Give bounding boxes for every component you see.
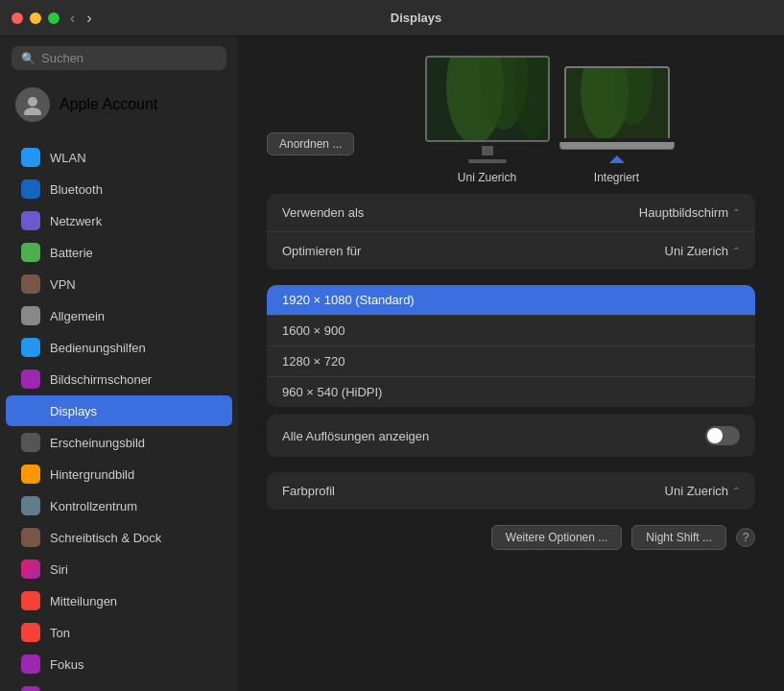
sidebar-item-siri[interactable]: Siri <box>6 554 232 584</box>
resolution-item[interactable]: 960 × 540 (HiDPI) <box>267 377 755 407</box>
ton-label: Ton <box>50 626 70 640</box>
bottom-buttons: Weitere Optionen ... Night Shift ... ? <box>267 525 755 550</box>
apple-account-item[interactable]: Apple Account <box>0 80 238 133</box>
laptop-monitor[interactable] <box>564 66 670 138</box>
night-shift-button[interactable]: Night Shift ... <box>631 525 726 550</box>
schreibtisch-label: Schreibtisch & Dock <box>50 531 161 545</box>
sidebar-item-kontrollzentrum[interactable]: Kontrollzentrum <box>6 490 232 521</box>
sidebar-item-hintergrundbild[interactable]: Hintergrundbild <box>6 459 232 489</box>
netzwerk-label: Netzwerk <box>50 214 102 228</box>
verwenden-als-value[interactable]: Hauptbildschirm ⌃ <box>639 205 740 220</box>
sidebar-item-batterie[interactable]: Batterie <box>6 237 232 268</box>
wlan-icon <box>21 148 40 167</box>
alle-aufloesungen-label: Alle Auflösungen anzeigen <box>282 429 429 443</box>
farbprofil-panel: Farbprofil Uni Zuerich ⌃ <box>267 472 755 510</box>
monitors-section: Anordnen ... Uni Zuerich Integriert <box>267 56 755 184</box>
hintergrundbild-label: Hintergrundbild <box>50 467 134 482</box>
batterie-icon <box>21 243 40 262</box>
close-button[interactable] <box>12 12 23 24</box>
resolution-item[interactable]: 1600 × 900 <box>267 316 755 346</box>
fokus-label: Fokus <box>50 657 83 672</box>
optimieren-fuer-value[interactable]: Uni Zuerich ⌃ <box>665 244 740 258</box>
resolution-item[interactable]: 1920 × 1080 (Standard) <box>267 285 755 316</box>
laptop-monitor-wrapper: Integriert <box>559 66 675 184</box>
laptop-base <box>559 142 675 150</box>
help-button[interactable]: ? <box>736 528 755 547</box>
sidebar-item-netzwerk[interactable]: Netzwerk <box>6 205 232 236</box>
bildschirmschoner-label: Bildschirmschoner <box>50 372 152 387</box>
netzwerk-icon <box>21 211 40 230</box>
sidebar-item-wlan[interactable]: WLAN <box>6 142 232 173</box>
toggle-knob <box>707 428 723 443</box>
sidebar-item-fokus[interactable]: Fokus <box>6 649 232 679</box>
monitor-stand <box>482 146 493 155</box>
apple-account-label: Apple Account <box>59 96 157 113</box>
svg-point-1 <box>24 107 41 115</box>
mitteilungen-icon <box>21 591 40 610</box>
search-icon: 🔍 <box>21 52 36 65</box>
external-monitor[interactable] <box>425 56 550 142</box>
optimieren-fuer-row: Optimieren für Uni Zuerich ⌃ <box>267 232 755 270</box>
back-arrow[interactable]: ‹ <box>67 10 78 27</box>
arrange-button[interactable]: Anordnen ... <box>267 132 354 155</box>
monitor-base <box>468 159 507 163</box>
resolution-list: 1920 × 1080 (Standard)1600 × 9001280 × 7… <box>267 285 755 407</box>
allgemein-label: Allgemein <box>50 309 105 323</box>
siri-label: Siri <box>50 562 68 577</box>
alle-aufloesungen-row: Alle Auflösungen anzeigen <box>267 415 755 457</box>
sidebar-item-allgemein[interactable]: Allgemein <box>6 300 232 331</box>
erscheinungsbild-label: Erscheinungsbild <box>50 436 145 450</box>
content-area: Anordnen ... Uni Zuerich Integriert <box>238 36 784 691</box>
svg-point-0 <box>28 97 37 107</box>
sidebar-item-bildschirmzeit[interactable]: Bildschirmzeit <box>6 680 232 691</box>
verwenden-als-label: Verwenden als <box>282 205 364 220</box>
sidebar-item-bedienungshilfen[interactable]: Bedienungshilfen <box>6 332 232 363</box>
verwenden-als-row: Verwenden als Hauptbildschirm ⌃ <box>267 194 755 232</box>
bedienungshilfen-label: Bedienungshilfen <box>50 341 146 355</box>
verwenden-als-text: Hauptbildschirm <box>639 205 728 220</box>
verwenden-als-chevron: ⌃ <box>732 207 740 218</box>
farbprofil-chevron: ⌃ <box>732 486 740 496</box>
laptop-monitor-label: Integriert <box>594 171 639 184</box>
hintergrundbild-icon <box>21 465 40 484</box>
forward-arrow[interactable]: › <box>83 10 94 27</box>
titlebar: ‹ › Displays <box>0 0 784 36</box>
wlan-label: WLAN <box>50 151 86 165</box>
display-settings-panel: Verwenden als Hauptbildschirm ⌃ Optimier… <box>267 194 755 270</box>
alle-aufloesungen-panel: Alle Auflösungen anzeigen <box>267 415 755 457</box>
farbprofil-value[interactable]: Uni Zuerich ⌃ <box>665 484 740 498</box>
sidebar-item-erscheinungsbild[interactable]: Erscheinungsbild <box>6 427 232 458</box>
external-monitor-label: Uni Zuerich <box>458 171 516 184</box>
sidebar-item-vpn[interactable]: VPN <box>6 269 232 299</box>
farbprofil-text: Uni Zuerich <box>665 484 728 498</box>
sidebar-item-displays[interactable]: Displays <box>6 395 232 426</box>
bluetooth-icon <box>21 179 40 199</box>
siri-icon <box>21 560 40 579</box>
search-input[interactable] <box>41 51 217 65</box>
sidebar-item-bluetooth[interactable]: Bluetooth <box>6 174 232 204</box>
search-box[interactable]: 🔍 <box>12 46 226 70</box>
fokus-icon <box>21 655 40 674</box>
sidebar: 🔍 Apple Account WLANBluetoothNetzwerkBat… <box>0 36 238 691</box>
sidebar-item-schreibtisch[interactable]: Schreibtisch & Dock <box>6 522 232 553</box>
bildschirmschoner-icon <box>21 369 40 389</box>
schreibtisch-icon <box>21 528 40 547</box>
sidebar-item-mitteilungen[interactable]: Mitteilungen <box>6 585 232 616</box>
external-monitor-wrapper: Uni Zuerich <box>425 56 550 184</box>
resolution-item[interactable]: 1280 × 720 <box>267 346 755 377</box>
kontrollzentrum-label: Kontrollzentrum <box>50 499 137 513</box>
sidebar-item-bildschirmschoner[interactable]: Bildschirmschoner <box>6 364 232 394</box>
minimize-button[interactable] <box>30 12 41 24</box>
bildschirmzeit-icon <box>21 686 40 691</box>
sidebar-item-ton[interactable]: Ton <box>6 617 232 648</box>
maximize-button[interactable] <box>48 12 59 24</box>
displays-icon <box>21 401 40 420</box>
selected-indicator <box>609 155 625 163</box>
optimieren-fuer-chevron: ⌃ <box>732 246 740 256</box>
bedienungshilfen-icon <box>21 338 40 357</box>
weitere-optionen-button[interactable]: Weitere Optionen ... <box>491 525 623 550</box>
optimieren-fuer-text: Uni Zuerich <box>665 244 728 258</box>
alle-aufloesungen-toggle[interactable] <box>705 426 740 445</box>
bluetooth-label: Bluetooth <box>50 182 103 197</box>
batterie-label: Batterie <box>50 246 93 260</box>
